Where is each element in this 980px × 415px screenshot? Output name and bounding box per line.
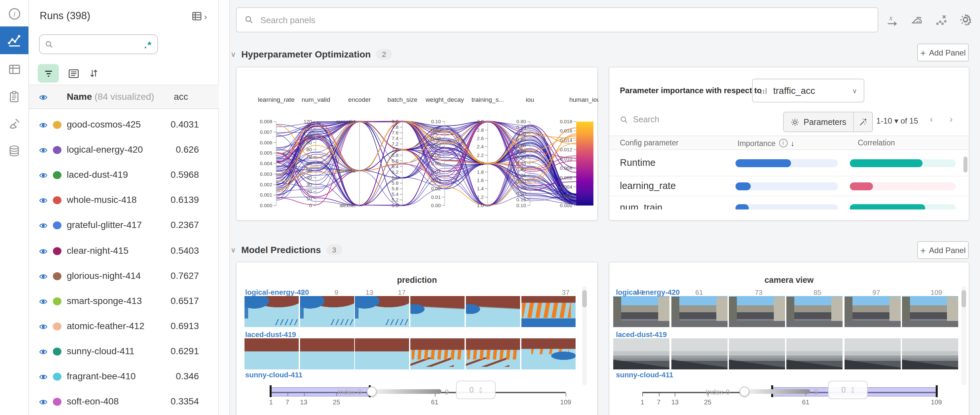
- media-image[interactable]: [902, 338, 958, 369]
- media-run-label[interactable]: laced-dust-419: [616, 331, 667, 338]
- info-icon[interactable]: i: [779, 139, 788, 147]
- eye-visibility-icon[interactable]: [39, 171, 48, 180]
- run-row[interactable]: atomic-feather-4120.6913: [29, 314, 219, 339]
- eye-icon[interactable]: [39, 93, 48, 102]
- next-page-icon[interactable]: ›: [950, 114, 953, 124]
- media-image[interactable]: [786, 338, 843, 369]
- index-spinner[interactable]: 0∧∨: [828, 381, 868, 399]
- pagination-label[interactable]: 1-10 ▾ of 15: [876, 116, 918, 126]
- run-name[interactable]: good-cosmos-425: [67, 119, 141, 130]
- parameter-name[interactable]: Runtime: [620, 157, 655, 167]
- media-image[interactable]: [729, 296, 785, 327]
- eye-visibility-icon[interactable]: [39, 373, 48, 381]
- media-image[interactable]: [466, 296, 520, 327]
- eye-visibility-icon[interactable]: [39, 222, 48, 230]
- range-handle-left[interactable]: [270, 385, 272, 397]
- run-name[interactable]: grateful-glitter-417: [67, 220, 142, 230]
- run-row[interactable]: good-cosmos-4250.4031: [29, 112, 219, 137]
- parallel-coordinates-panel[interactable]: learning_rate0.0080.0070.0060.0050.0040.…: [236, 67, 598, 221]
- media-image[interactable]: [410, 338, 465, 369]
- panels-icon[interactable]: [0, 56, 29, 83]
- eye-visibility-icon[interactable]: [39, 247, 48, 255]
- workspace-chart-tab[interactable]: [0, 26, 29, 54]
- sort-desc-icon[interactable]: ↓: [791, 139, 795, 147]
- clipboard-icon[interactable]: [0, 83, 29, 110]
- media-image[interactable]: [410, 296, 465, 327]
- run-row[interactable]: sunny-cloud-4110.6291: [29, 339, 219, 364]
- media-image[interactable]: [522, 338, 576, 369]
- run-row[interactable]: fragrant-bee-4100.346: [29, 364, 219, 389]
- spinner-carets[interactable]: ∧∨: [479, 386, 482, 393]
- media-image[interactable]: [613, 296, 670, 327]
- media-image[interactable]: [613, 338, 670, 369]
- range-handle-right[interactable]: [936, 385, 938, 397]
- importance-header[interactable]: Importance: [738, 139, 775, 147]
- media-image[interactable]: [845, 338, 901, 369]
- metric-column-header[interactable]: acc: [174, 91, 188, 102]
- caret-down-icon[interactable]: ∨: [479, 390, 482, 393]
- media-image[interactable]: [671, 338, 727, 369]
- group-button[interactable]: [68, 68, 79, 79]
- section-title[interactable]: Hyperparameter Optimization: [241, 49, 371, 59]
- media-run-label[interactable]: logical-energy-420: [616, 288, 680, 296]
- run-name[interactable]: clear-night-415: [67, 245, 129, 255]
- run-name[interactable]: smart-sponge-413: [67, 295, 142, 305]
- section-title[interactable]: Model Predictions: [241, 245, 321, 255]
- database-icon[interactable]: [0, 137, 29, 165]
- run-name[interactable]: sunny-cloud-411: [67, 346, 134, 356]
- media-run-label[interactable]: sunny-cloud-411: [616, 371, 673, 378]
- media-image[interactable]: [355, 338, 409, 369]
- media-run-label[interactable]: laced-dust-419: [245, 331, 296, 338]
- run-row[interactable]: whole-music-4180.6139: [29, 188, 219, 213]
- index-slider-thumb[interactable]: [740, 386, 749, 396]
- run-name[interactable]: fragrant-bee-410: [67, 371, 136, 381]
- name-column-header[interactable]: Name: [67, 91, 92, 102]
- collapse-section-icon[interactable]: ∨: [231, 245, 236, 254]
- run-row[interactable]: grateful-glitter-4170.2367: [29, 213, 219, 238]
- correlation-header[interactable]: Correlation: [858, 139, 895, 147]
- magic-wand-button[interactable]: [853, 112, 872, 132]
- parameters-button[interactable]: Parameters: [784, 112, 853, 132]
- media-image[interactable]: [466, 338, 520, 369]
- eye-visibility-icon[interactable]: [39, 297, 48, 305]
- media-image[interactable]: [300, 296, 354, 327]
- media-image[interactable]: [522, 296, 576, 327]
- media-image[interactable]: [729, 338, 785, 369]
- eye-visibility-icon[interactable]: [39, 197, 48, 205]
- eye-visibility-icon[interactable]: [39, 121, 48, 130]
- run-name[interactable]: atomic-feather-412: [67, 321, 145, 331]
- add-panel-button[interactable]: +Add Panel: [917, 241, 969, 259]
- run-name[interactable]: whole-music-418: [67, 195, 137, 205]
- media-image[interactable]: [786, 296, 843, 327]
- media-image[interactable]: [245, 296, 299, 327]
- media-image[interactable]: [902, 296, 958, 327]
- eye-visibility-icon[interactable]: [39, 398, 48, 406]
- panel-search-input[interactable]: [259, 14, 870, 25]
- caret-down-icon[interactable]: ∨: [851, 390, 854, 393]
- run-name[interactable]: soft-eon-408: [67, 396, 119, 406]
- media-scrollbar[interactable]: [582, 290, 587, 307]
- spinner-carets[interactable]: ∧∨: [851, 386, 854, 393]
- index-slider-track[interactable]: [749, 389, 810, 394]
- run-name[interactable]: glorious-night-414: [67, 270, 141, 280]
- x-axis-settings-icon[interactable]: x: [886, 13, 899, 26]
- run-name[interactable]: laced-dust-419: [67, 169, 128, 180]
- smoothing-icon[interactable]: [910, 13, 923, 26]
- run-row[interactable]: glorious-night-4140.7627: [29, 263, 219, 288]
- runs-table-expand-icon[interactable]: ›: [192, 11, 207, 22]
- add-panel-button[interactable]: +Add Panel: [917, 44, 969, 62]
- media-image[interactable]: [355, 296, 409, 327]
- sort-button[interactable]: [89, 68, 99, 79]
- index-spinner[interactable]: 0∧∨: [456, 381, 496, 399]
- prev-page-icon[interactable]: ‹: [930, 114, 933, 124]
- regex-toggle-icon[interactable]: .*: [144, 39, 152, 50]
- config-parameter-header[interactable]: Config parameter: [620, 139, 679, 147]
- settings-gear-icon[interactable]: [959, 13, 972, 26]
- eye-visibility-icon[interactable]: [39, 272, 48, 280]
- metric-dropdown[interactable]: traffic_acc ∨: [752, 79, 864, 102]
- run-row[interactable]: logical-energy-4200.626: [29, 137, 219, 162]
- run-row[interactable]: clear-night-4150.5403: [29, 238, 219, 263]
- info-icon[interactable]: i: [0, 0, 29, 28]
- run-name[interactable]: logical-energy-420: [67, 144, 143, 155]
- media-run-label[interactable]: logical-energy-420: [245, 288, 309, 296]
